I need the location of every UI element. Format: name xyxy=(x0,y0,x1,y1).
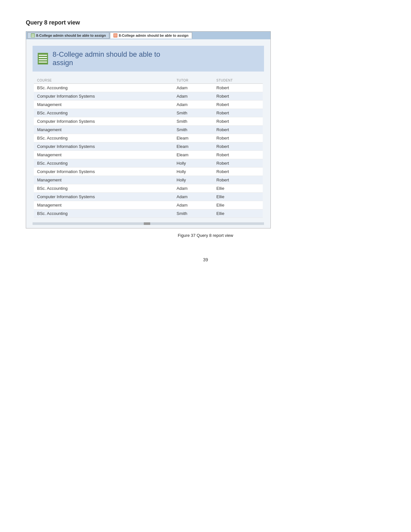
cell-tutor: Eleam xyxy=(173,134,213,142)
svg-rect-1 xyxy=(31,34,34,35)
figure-caption: Figure 37 Query 8 report view xyxy=(26,233,385,238)
table-row: BSc. AccountingAdamRobert xyxy=(34,84,263,92)
tab-active[interactable]: 8-College admin should be able to assign xyxy=(110,32,192,39)
tab-icon-inactive xyxy=(31,34,35,37)
table-row: Computer Information SystemsAdamRobert xyxy=(34,92,263,101)
table-row: Computer Information SystemsEleamRobert xyxy=(34,142,263,151)
cell-tutor: Holly xyxy=(173,159,213,168)
cell-tutor: Smith xyxy=(173,209,213,218)
cell-student: Ellie xyxy=(213,193,263,201)
cell-tutor: Eleam xyxy=(173,142,213,151)
table-row: Computer Information SystemsHollyRobert xyxy=(34,168,263,176)
cell-student: Robert xyxy=(213,134,263,142)
col-tutor: TUTOR xyxy=(173,77,213,84)
cell-course: Computer Information Systems xyxy=(34,193,173,201)
svg-rect-2 xyxy=(31,35,34,36)
cell-tutor: Adam xyxy=(173,201,213,209)
cell-student: Ellie xyxy=(213,201,263,209)
tab-bar: 8-College admin should be able to assign… xyxy=(26,32,270,39)
cell-student: Ellie xyxy=(213,209,263,218)
cell-course: Management xyxy=(34,201,173,209)
table-row: ManagementEleamRobert xyxy=(34,151,263,159)
table-row: ManagementSmithRobert xyxy=(34,126,263,134)
cell-student: Robert xyxy=(213,126,263,134)
page-title: Query 8 report view xyxy=(26,19,385,26)
cell-student: Ellie xyxy=(213,184,263,193)
report-header: 8-College admin should be able to assign xyxy=(33,46,264,72)
cell-tutor: Smith xyxy=(173,126,213,134)
svg-rect-7 xyxy=(114,35,117,36)
page-number: 39 xyxy=(26,257,385,262)
cell-tutor: Adam xyxy=(173,101,213,109)
svg-rect-8 xyxy=(114,36,117,37)
table-container: COURSE TUTOR STUDENT BSc. AccountingAdam… xyxy=(33,77,264,221)
cell-tutor: Eleam xyxy=(173,151,213,159)
cell-course: BSc. Accounting xyxy=(34,209,173,218)
cell-tutor: Smith xyxy=(173,117,213,126)
cell-course: BSc. Accounting xyxy=(34,184,173,193)
svg-rect-3 xyxy=(31,36,34,36)
table-row: BSc. AccountingSmithEllie xyxy=(34,209,263,218)
cell-course: Computer Information Systems xyxy=(34,168,173,176)
cell-student: Robert xyxy=(213,109,263,117)
cell-course: Computer Information Systems xyxy=(34,92,173,101)
window-frame: 8-College admin should be able to assign… xyxy=(26,31,271,228)
svg-rect-4 xyxy=(31,37,34,37)
cell-tutor: Holly xyxy=(173,176,213,184)
cell-course: BSc. Accounting xyxy=(34,84,173,92)
window-content: 8-College admin should be able to assign… xyxy=(26,39,270,228)
cell-student: Robert xyxy=(213,84,263,92)
cell-course: Computer Information Systems xyxy=(34,117,173,126)
cell-student: Robert xyxy=(213,159,263,168)
report-title: 8-College admin should be able to assign xyxy=(53,50,160,67)
tab-active-label: 8-College admin should be able to assign xyxy=(119,34,188,37)
table-row: BSc. AccountingEleamRobert xyxy=(34,134,263,142)
cell-tutor: Adam xyxy=(173,184,213,193)
cell-course: BSc. Accounting xyxy=(34,134,173,142)
cell-student: Robert xyxy=(213,168,263,176)
table-row: BSc. AccountingHollyRobert xyxy=(34,159,263,168)
table-row: ManagementHollyRobert xyxy=(34,176,263,184)
cell-student: Robert xyxy=(213,151,263,159)
cell-course: Management xyxy=(34,126,173,134)
tab-inactive-label: 8-College admin should be able to assign xyxy=(36,34,106,37)
scrollbar[interactable] xyxy=(33,222,264,225)
cell-course: BSc. Accounting xyxy=(34,109,173,117)
cell-student: Robert xyxy=(213,142,263,151)
col-course: COURSE xyxy=(34,77,173,84)
col-student: STUDENT xyxy=(213,77,263,84)
cell-tutor: Adam xyxy=(173,92,213,101)
cell-tutor: Smith xyxy=(173,109,213,117)
cell-student: Robert xyxy=(213,101,263,109)
cell-tutor: Adam xyxy=(173,84,213,92)
report-icon xyxy=(38,53,48,64)
scrollbar-thumb[interactable] xyxy=(144,222,150,225)
svg-rect-6 xyxy=(114,34,117,35)
table-row: Computer Information SystemsAdamEllie xyxy=(34,193,263,201)
cell-student: Robert xyxy=(213,117,263,126)
cell-tutor: Holly xyxy=(173,168,213,176)
cell-course: Management xyxy=(34,151,173,159)
cell-course: Computer Information Systems xyxy=(34,142,173,151)
table-body: BSc. AccountingAdamRobertComputer Inform… xyxy=(34,84,263,218)
cell-student: Robert xyxy=(213,92,263,101)
table-row: ManagementAdamEllie xyxy=(34,201,263,209)
cell-student: Robert xyxy=(213,176,263,184)
cell-course: Management xyxy=(34,101,173,109)
tab-inactive[interactable]: 8-College admin should be able to assign xyxy=(27,32,109,39)
cell-course: Management xyxy=(34,176,173,184)
data-table: COURSE TUTOR STUDENT BSc. AccountingAdam… xyxy=(34,77,263,218)
cell-tutor: Adam xyxy=(173,193,213,201)
table-row: ManagementAdamRobert xyxy=(34,101,263,109)
cell-course: BSc. Accounting xyxy=(34,159,173,168)
table-row: BSc. AccountingAdamEllie xyxy=(34,184,263,193)
table-row: Computer Information SystemsSmithRobert xyxy=(34,117,263,126)
table-row: BSc. AccountingSmithRobert xyxy=(34,109,263,117)
table-header: COURSE TUTOR STUDENT xyxy=(34,77,263,84)
tab-icon-active xyxy=(113,34,117,37)
